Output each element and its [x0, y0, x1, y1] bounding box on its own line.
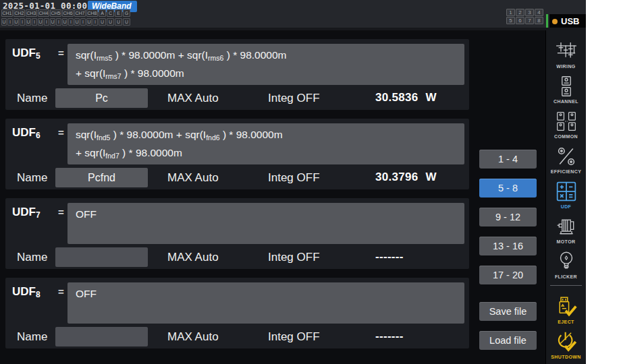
input-group-3: UI [26, 18, 37, 26]
menu-item-udf[interactable]: UDF [546, 175, 586, 210]
udf6-max-setting: MAX Auto [167, 171, 219, 185]
input-group-7: UI [74, 18, 86, 26]
input-box-i: I [56, 18, 61, 26]
menu-label: WIRING [556, 64, 575, 69]
common-icon [556, 110, 577, 133]
udf5-formula-field[interactable]: sqr(Irms5 ) * 98.0000m + sqr(Irms6 ) * 9… [68, 44, 464, 85]
input-group-5: UI [50, 18, 61, 26]
channel-box-ch4: CH4 [38, 9, 49, 17]
udf7-name-field[interactable] [55, 247, 148, 267]
udf8-integ-setting: Integ OFF [268, 330, 320, 344]
udf6-label-text: UDF [12, 126, 36, 139]
flicker-icon [556, 250, 577, 273]
range-button-5-8[interactable]: 5 - 8 [479, 179, 537, 198]
udf6-value-number: 30.3796 [375, 171, 418, 184]
udf8-name-field[interactable] [55, 327, 148, 346]
range-button-1-4[interactable]: 1 - 4 [479, 150, 537, 169]
input-box-i: I [44, 18, 49, 26]
udf8-panel: UDF8=OFFNameMAX AutoInteg OFF------- [5, 278, 469, 348]
range-button-17-20[interactable]: 17 - 20 [479, 266, 537, 284]
formula-subscript: rms7 [105, 72, 121, 80]
usb-label: USB [561, 16, 579, 26]
formula-line: + sqr(Irms7 ) * 98.0000m [76, 65, 456, 83]
input-box-u: U [50, 18, 55, 26]
formula-text: sqr(I [76, 49, 97, 61]
udf5-measured-value: 30.5836W [375, 91, 437, 104]
name-label: Name [17, 171, 47, 185]
name-label: Name [17, 92, 47, 105]
input-group-9: U [99, 18, 106, 26]
menu-item-common[interactable]: COMMON [546, 104, 586, 140]
menu-item-wiring[interactable]: WIRING [546, 34, 586, 69]
channel-box-ch5: CH5 [50, 9, 61, 17]
input-group-8: UI [86, 18, 98, 26]
formula-text: ) * 98.0000m + sqr(I [110, 129, 206, 140]
channel-icon [556, 75, 577, 98]
range-button-9-12[interactable]: 9 - 12 [479, 208, 537, 226]
range-button-13-16[interactable]: 13 - 16 [479, 237, 537, 255]
formula-text: ) * 98.0000m [119, 147, 182, 158]
udf5-panel: UDF5=sqr(Irms5 ) * 98.0000m + sqr(Irms6 … [5, 39, 469, 110]
menu-item-efficiency[interactable]: EFFICIENCY [546, 140, 586, 175]
formula-subscript: fnd6 [206, 133, 219, 142]
save-file-button[interactable]: Save file [479, 302, 537, 321]
input-box-u: U [26, 18, 31, 26]
input-box-u: U [1, 18, 7, 26]
input-box-u: U [86, 18, 92, 26]
udf7-label: UDF7 [12, 206, 40, 219]
power-analyzer-screen-wrapper: 2025-01-01 00:00:00 WideBand CH1CH2CH3CH… [0, 0, 621, 364]
udf7-label-text: UDF [12, 206, 36, 218]
menu-item-channel[interactable]: CHANNEL [546, 69, 586, 104]
input-box-i: I [20, 18, 25, 26]
equals-sign: = [58, 47, 64, 59]
udf6-label-subscript: 6 [36, 131, 40, 140]
menu-item-shutdown[interactable]: SHUTDOWN [546, 325, 586, 360]
input-group-11: U [115, 18, 122, 26]
name-label: Name [17, 251, 47, 264]
formula-line: OFF [76, 285, 456, 302]
formula-subscript: rms5 [97, 54, 112, 62]
formula-text: ) * 98.0000m [220, 129, 283, 140]
motor-icon [556, 215, 577, 238]
efficiency-icon [556, 145, 577, 168]
input-box-i: I [68, 18, 74, 26]
udf6-formula-field[interactable]: sqr(Ifnd5 ) * 98.0000m + sqr(Ifnd6 ) * 9… [68, 123, 464, 164]
udf6-integ-setting: Integ OFF [268, 171, 320, 185]
input-box-i: I [7, 18, 13, 26]
channel-box-ch2: CH2 [14, 9, 25, 17]
udf5-max-setting: MAX Auto [167, 92, 219, 105]
udf-icon [556, 180, 577, 203]
udf5-integ-setting: Integ OFF [268, 92, 320, 105]
menu-divider [550, 285, 582, 286]
udf5-label: UDF5 [12, 47, 40, 60]
udf7-formula-field[interactable]: OFF [68, 203, 464, 244]
usb-green-bar [546, 14, 548, 28]
formula-text: ) * 98.0000m [122, 67, 184, 79]
input-box-u: U [107, 18, 114, 26]
udf6-value-unit: W [426, 171, 437, 184]
udf7-integ-setting: Integ OFF [268, 251, 320, 264]
udf8-formula-field[interactable]: OFF [68, 282, 464, 324]
input-group-2: UI [14, 18, 25, 26]
input-box-i: I [32, 18, 37, 26]
element-indicator-5: 5 [506, 17, 515, 24]
udf8-label-subscript: 8 [36, 290, 40, 299]
input-box-i: I [80, 18, 86, 26]
udf5-name-field[interactable]: Pc [55, 88, 148, 108]
formula-text: ) * 98.0000m [223, 49, 286, 61]
formula-line: OFF [76, 206, 456, 222]
element-indicator-6: 6 [516, 17, 524, 24]
load-file-button[interactable]: Load file [479, 331, 537, 350]
input-group-6: UI [62, 18, 74, 26]
menu-item-eject[interactable]: EJECT [546, 290, 586, 325]
main-menu-strip: WIRINGCHANNELCOMMONEFFICIENCYUDFMOTORFLI… [545, 30, 586, 364]
input-box-u: U [123, 18, 130, 26]
channel-box-ch1: CH1 [1, 9, 13, 17]
menu-item-motor[interactable]: MOTOR [546, 210, 586, 245]
menu-item-flicker[interactable]: FLICKER [546, 245, 586, 280]
equals-sign: = [58, 286, 64, 297]
udf7-measured-value: ------- [375, 250, 404, 264]
wiring-icon [556, 40, 577, 63]
udf6-name-field[interactable]: Pcfnd [55, 168, 148, 187]
udf7-value-number: ------- [375, 250, 404, 264]
